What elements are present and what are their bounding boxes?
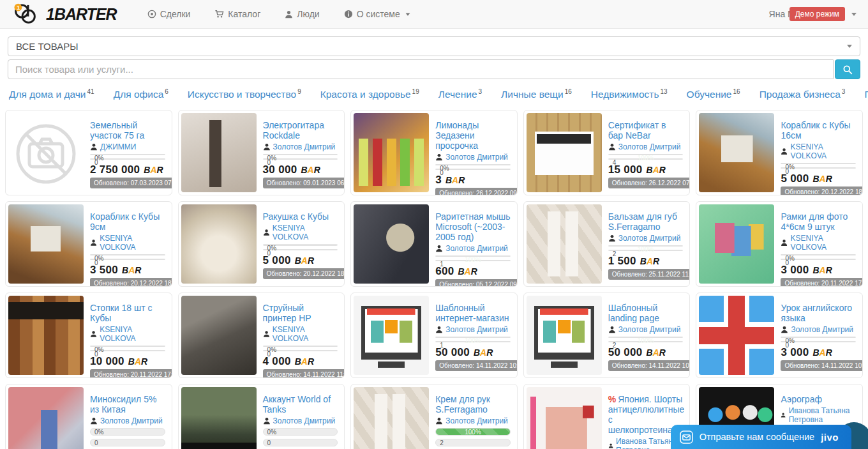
product-title-link[interactable]: %Раритетная мышь Microsoft (~2003-2005 г… xyxy=(435,212,511,243)
chat-widget[interactable]: Отправьте нам сообщение jivo xyxy=(671,425,851,449)
seller-link[interactable]: KSENIYA VOLKOVA xyxy=(263,325,338,343)
product-card[interactable]: %Ракушка с Кубы KSENIYA VOLKOVA 0% 0 5 0… xyxy=(178,201,345,287)
product-title-link[interactable]: %Электрогитара Rockdale xyxy=(263,121,338,141)
product-image[interactable] xyxy=(181,387,257,449)
product-title-link[interactable]: %Ракушка с Кубы xyxy=(263,212,338,222)
category-link[interactable]: Недвижимость13 xyxy=(591,89,668,100)
product-card[interactable]: %Струйный принтер HP KSENIYA VOLKOVA 0% … xyxy=(178,293,345,378)
product-card[interactable]: %Лимонады Зедазени просрочка Золотов Дми… xyxy=(350,110,518,195)
seller-link[interactable]: Золотов Дмитрий xyxy=(435,244,511,253)
category-count: 16 xyxy=(733,88,740,95)
nav-catalog[interactable]: Каталог xyxy=(214,9,260,19)
category-link[interactable]: Продукты питания3 xyxy=(864,89,868,100)
nav-about[interactable]: О системе xyxy=(344,9,410,19)
user-menu[interactable]: Яна М Демо режим xyxy=(769,7,857,21)
category-link[interactable]: Для офиса6 xyxy=(114,89,168,100)
product-title-link[interactable]: %Аэрограф xyxy=(781,395,856,405)
product-title-link[interactable]: %Струйный принтер HP xyxy=(263,303,338,324)
product-title-link[interactable]: %Стопки 18 шт с Кубы xyxy=(90,303,165,324)
product-image[interactable] xyxy=(699,296,774,375)
category-link[interactable]: Лечение3 xyxy=(438,89,482,100)
product-image[interactable] xyxy=(527,113,602,192)
product-image[interactable] xyxy=(527,204,602,284)
brand-logo[interactable]: 1 1BARTER xyxy=(11,2,117,26)
category-link[interactable]: Для дома и дачи41 xyxy=(9,89,94,100)
product-image[interactable] xyxy=(8,387,84,449)
product-title-link[interactable]: %Сертификат в бар NeBar xyxy=(608,121,684,141)
product-title-link[interactable]: %Аккаунт World of Tanks xyxy=(263,395,338,415)
seller-link[interactable]: KSENIYA VOLKOVA xyxy=(263,224,338,241)
seller-link[interactable]: KSENIYA VOLKOVA xyxy=(90,325,165,343)
product-image[interactable] xyxy=(354,296,429,375)
product-card[interactable]: %Аккаунт World of Tanks Золотов Дмитрий … xyxy=(178,384,345,449)
product-card[interactable]: %Урок английского языка Золотов Дмитрий … xyxy=(696,293,863,378)
search-input[interactable] xyxy=(8,59,834,79)
product-card[interactable]: %Япония. Шорты антицеллюлитные с шелкопр… xyxy=(523,384,691,449)
seller-link[interactable]: Золотов Дмитрий xyxy=(435,325,511,334)
seller-link[interactable]: ДЖИММИ xyxy=(90,142,165,151)
nav-deals[interactable]: Сделки xyxy=(147,9,191,19)
product-title-link[interactable]: %Земельный участок 75 га xyxy=(90,121,165,141)
seller-link[interactable]: Золотов Дмитрий xyxy=(90,416,165,425)
category-link[interactable]: Обучение16 xyxy=(687,89,740,100)
product-card[interactable]: %Кораблик с Кубы 16см KSENIYA VOLKOVA 0%… xyxy=(696,110,863,195)
category-link[interactable]: Личные вещи16 xyxy=(501,89,572,100)
seller-link[interactable]: Золотов Дмитрий xyxy=(608,325,684,334)
seller-link[interactable]: Золотов Дмитрий xyxy=(781,325,856,334)
product-card[interactable]: %Миноксидил 5% из Китая Золотов Дмитрий … xyxy=(5,384,172,449)
product-image[interactable] xyxy=(527,296,602,375)
category-link[interactable]: Продажа бизнеса3 xyxy=(760,89,846,100)
product-card[interactable]: %Рамки для фото 4*6см 9 штук KSENIYA VOL… xyxy=(696,201,863,287)
product-card[interactable]: %Электрогитара Rockdale Золотов Дмитрий … xyxy=(178,110,345,195)
seller-link[interactable]: Золотов Дмитрий xyxy=(608,142,684,151)
seller-link[interactable]: Золотов Дмитрий xyxy=(435,416,511,425)
category-link[interactable]: Красота и здоровье19 xyxy=(320,89,419,100)
product-title-link[interactable]: %Шаблонный landing page xyxy=(608,303,684,324)
product-image[interactable] xyxy=(354,204,429,284)
product-title-link[interactable]: %Рамки для фото 4*6см 9 штук xyxy=(781,212,856,232)
seller-link[interactable]: KSENIYA VOLKOVA xyxy=(781,142,856,160)
product-card[interactable]: %Крем для рук S.Ferragamo Золотов Дмитри… xyxy=(350,384,518,449)
product-card[interactable]: %Стопки 18 шт с Кубы KSENIYA VOLKOVA 0% … xyxy=(5,293,172,378)
product-card[interactable]: %Шаблонный интернет-магазин Золотов Дмит… xyxy=(350,293,518,378)
seller-link[interactable]: Иванова Татьяна Петровна xyxy=(781,406,856,424)
product-title-link[interactable]: %Урок английского языка xyxy=(781,303,856,324)
product-card[interactable]: %Земельный участок 75 га ДЖИММИ 0% 0 2 7… xyxy=(5,110,172,195)
category-select[interactable]: ВСЕ ТОВАРЫ xyxy=(8,36,860,56)
updated-badge: Обновлено: 26.12.2022 07:21 xyxy=(608,178,691,188)
product-card[interactable]: %Кораблик с Кубы 9см KSENIYA VOLKOVA 0% … xyxy=(5,201,172,287)
product-card[interactable]: %Бальзам для губ S.Ferragamo Золотов Дми… xyxy=(523,201,691,287)
product-image[interactable] xyxy=(8,113,84,192)
seller-link[interactable]: Золотов Дмитрий xyxy=(263,142,338,151)
product-card[interactable]: %Шаблонный landing page Золотов Дмитрий … xyxy=(523,293,691,378)
nav-people[interactable]: Люди xyxy=(285,9,319,19)
product-image[interactable] xyxy=(699,113,774,192)
product-card[interactable]: %Сертификат в бар NeBar Золотов Дмитрий … xyxy=(523,110,691,195)
seller-name: KSENIYA VOLKOVA xyxy=(273,325,338,343)
search-button[interactable] xyxy=(835,59,860,79)
chat-widget-bar[interactable]: Отправьте нам сообщение jivo xyxy=(671,425,851,449)
product-title-link[interactable]: %Крем для рук S.Ferragamo xyxy=(435,395,511,415)
category-link[interactable]: Искусство и творчество9 xyxy=(188,89,301,100)
seller-link[interactable]: KSENIYA VOLKOVA xyxy=(781,234,856,252)
seller-link[interactable]: KSENIYA VOLKOVA xyxy=(90,234,165,252)
product-image[interactable] xyxy=(181,296,257,375)
product-title-link[interactable]: %Миноксидил 5% из Китая xyxy=(90,395,165,415)
product-title-link[interactable]: %Бальзам для губ S.Ferragamo xyxy=(608,212,684,232)
product-title-link[interactable]: %Кораблик с Кубы 9см xyxy=(90,212,165,232)
product-image[interactable] xyxy=(181,204,257,284)
seller-link[interactable]: Золотов Дмитрий xyxy=(263,416,338,425)
product-image[interactable] xyxy=(8,204,84,284)
product-image[interactable] xyxy=(354,387,429,449)
product-image[interactable] xyxy=(527,387,602,449)
product-card[interactable]: %Раритетная мышь Microsoft (~2003-2005 г… xyxy=(350,201,518,287)
product-image[interactable] xyxy=(699,204,774,284)
product-title-link[interactable]: %Кораблик с Кубы 16см xyxy=(781,121,856,141)
product-title-link[interactable]: %Шаблонный интернет-магазин xyxy=(435,303,511,324)
product-title-link[interactable]: %Лимонады Зедазени просрочка xyxy=(435,121,511,151)
product-image[interactable] xyxy=(181,113,257,192)
product-image[interactable] xyxy=(8,296,84,375)
product-image[interactable] xyxy=(354,113,429,192)
seller-link[interactable]: Золотов Дмитрий xyxy=(435,153,511,162)
seller-link[interactable]: Золотов Дмитрий xyxy=(608,234,684,243)
